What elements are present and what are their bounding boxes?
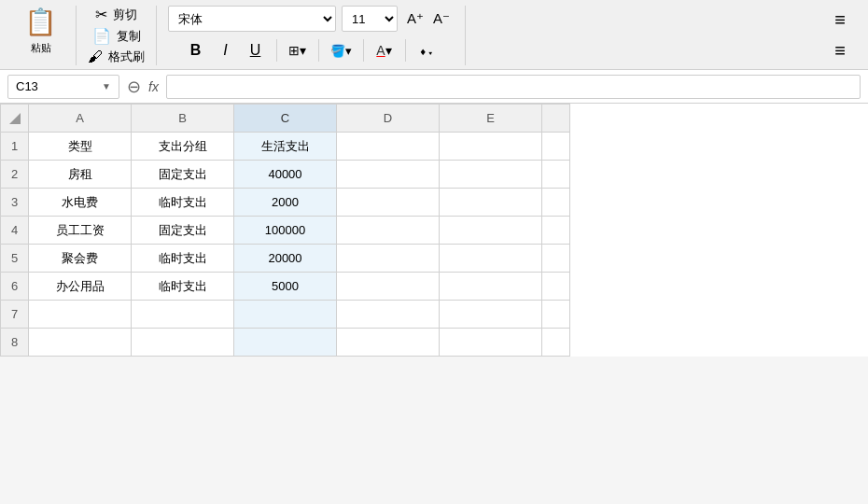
cell-B4[interactable]: 固定支出 (132, 217, 234, 245)
row-header-5[interactable]: 5 (1, 245, 29, 273)
bold-button[interactable]: B (183, 37, 209, 63)
border-button[interactable]: ⊞▾ (285, 37, 311, 63)
cell-E7[interactable] (440, 301, 542, 329)
align-center-button[interactable]: ≡ (829, 38, 851, 63)
formula-bar: C13 ▼ ⊖ fx (0, 70, 868, 104)
cell-E2[interactable] (440, 161, 542, 189)
cell-D7[interactable] (337, 301, 440, 329)
underline-button[interactable]: U (243, 37, 269, 63)
cell-B1[interactable]: 支出分组 (132, 133, 234, 161)
font-shrink-button[interactable]: A⁻ (429, 8, 454, 29)
row-header-7[interactable]: 7 (1, 301, 29, 329)
row-header-6[interactable]: 6 (1, 273, 29, 301)
row-header-1[interactable]: 1 (1, 133, 29, 161)
spreadsheet-table: A B C D E 1类型支出分组生活支出2房租固定支出400003水电费临时支… (0, 104, 570, 357)
spreadsheet-container: A B C D E 1类型支出分组生活支出2房租固定支出400003水电费临时支… (0, 104, 868, 357)
cell-F5[interactable] (542, 245, 570, 273)
formula-search-icon: ⊖ (127, 77, 141, 97)
paste-group: 📋 粘贴 (9, 6, 77, 65)
cell-C8[interactable] (234, 329, 337, 357)
cut-label[interactable]: 剪切 (113, 7, 137, 23)
cell-ref-dropdown[interactable]: ▼ (102, 81, 111, 91)
cell-C5[interactable]: 20000 (234, 245, 337, 273)
cell-A6[interactable]: 办公用品 (29, 273, 132, 301)
row-header-8[interactable]: 8 (1, 329, 29, 357)
cell-C1[interactable]: 生活支出 (234, 133, 337, 161)
table-row: 3水电费临时支出2000 (1, 189, 570, 217)
cell-E1[interactable] (440, 133, 542, 161)
cell-D8[interactable] (337, 329, 440, 357)
font-size-select[interactable]: 11 (342, 6, 398, 32)
separator (276, 39, 277, 62)
paste-icon: 📋 (24, 9, 57, 35)
cell-B2[interactable]: 固定支出 (132, 161, 234, 189)
cell-A1[interactable]: 类型 (29, 133, 132, 161)
cell-E4[interactable] (440, 217, 542, 245)
format-brush-label[interactable]: 格式刷 (108, 49, 145, 65)
cell-C6[interactable]: 5000 (234, 273, 337, 301)
cell-B5[interactable]: 临时支出 (132, 245, 234, 273)
cell-C7[interactable] (234, 301, 337, 329)
copy-label[interactable]: 复制 (117, 28, 141, 45)
cell-F8[interactable] (542, 329, 570, 357)
format-brush-icon: 🖌 (88, 49, 103, 65)
cell-D4[interactable] (337, 217, 440, 245)
col-header-D[interactable]: D (337, 105, 440, 133)
toolbar-top: 📋 粘贴 ✂ 剪切 📄 复制 🖌 格式刷 宋体 11 (0, 0, 868, 70)
font-color-button[interactable]: A ▾ (371, 37, 398, 63)
cell-B7[interactable] (132, 301, 234, 329)
corner-triangle (9, 113, 21, 124)
cell-C3[interactable]: 2000 (234, 189, 337, 217)
cell-F1[interactable] (542, 133, 570, 161)
cell-E5[interactable] (440, 245, 542, 273)
cell-F7[interactable] (542, 301, 570, 329)
cell-A2[interactable]: 房租 (29, 161, 132, 189)
italic-button[interactable]: I (213, 37, 239, 63)
formula-input[interactable] (166, 75, 861, 99)
fill-color-button[interactable]: 🪣 ▾ (327, 37, 356, 63)
eraser-button[interactable]: ⬧▾ (413, 37, 440, 63)
cell-F6[interactable] (542, 273, 570, 301)
cell-B8[interactable] (132, 329, 234, 357)
cell-C4[interactable]: 100000 (234, 217, 337, 245)
align-right-button[interactable]: ≡ (829, 7, 851, 33)
cell-D1[interactable] (337, 133, 440, 161)
cell-D2[interactable] (337, 161, 440, 189)
cell-A5[interactable]: 聚会费 (29, 245, 132, 273)
table-row: 1类型支出分组生活支出 (1, 133, 570, 161)
col-header-E[interactable]: E (440, 105, 542, 133)
col-header-A[interactable]: A (29, 105, 132, 133)
table-row: 5聚会费临时支出20000 (1, 245, 570, 273)
cell-A7[interactable] (29, 301, 132, 329)
row-header-3[interactable]: 3 (1, 189, 29, 217)
row-header-2[interactable]: 2 (1, 161, 29, 189)
cell-C2[interactable]: 40000 (234, 161, 337, 189)
paste-button[interactable]: 📋 (19, 6, 63, 39)
cell-A8[interactable] (29, 329, 132, 357)
cell-F2[interactable] (542, 161, 570, 189)
cell-F4[interactable] (542, 217, 570, 245)
row-header-4[interactable]: 4 (1, 217, 29, 245)
cell-E6[interactable] (440, 273, 542, 301)
cell-B6[interactable]: 临时支出 (132, 273, 234, 301)
cell-F3[interactable] (542, 189, 570, 217)
cell-D6[interactable] (337, 273, 440, 301)
separator4 (405, 39, 406, 62)
cell-A4[interactable]: 员工工资 (29, 217, 132, 245)
cell-ref-value: C13 (16, 79, 38, 93)
cell-D5[interactable] (337, 245, 440, 273)
separator2 (318, 39, 319, 62)
cell-A3[interactable]: 水电费 (29, 189, 132, 217)
font-grow-button[interactable]: A⁺ (403, 8, 427, 29)
cell-E3[interactable] (440, 189, 542, 217)
cell-D3[interactable] (337, 189, 440, 217)
cell-B3[interactable]: 临时支出 (132, 189, 234, 217)
cell-E8[interactable] (440, 329, 542, 357)
table-row: 7 (1, 301, 570, 329)
font-color-icon: A (376, 43, 385, 58)
col-header-F[interactable] (542, 105, 570, 133)
table-row: 6办公用品临时支出5000 (1, 273, 570, 301)
col-header-C[interactable]: C (234, 105, 337, 133)
col-header-B[interactable]: B (132, 105, 234, 133)
font-name-select[interactable]: 宋体 (168, 6, 336, 32)
